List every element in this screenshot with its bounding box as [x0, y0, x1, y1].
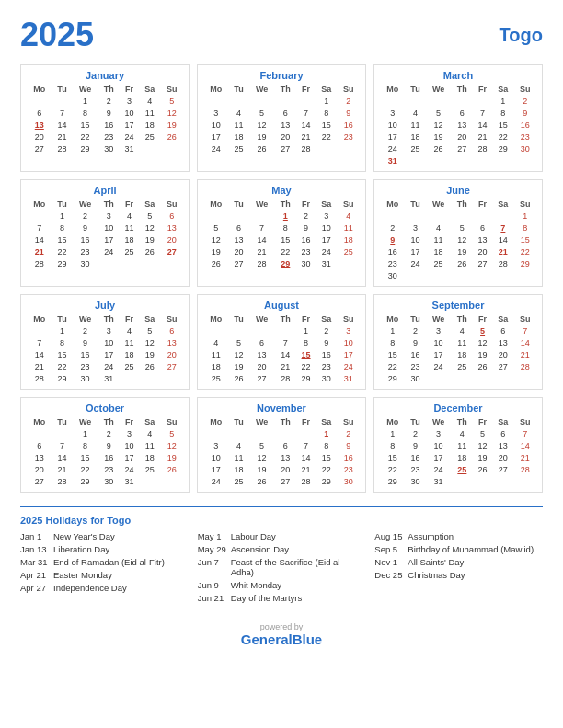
cal-day: 9	[338, 439, 360, 451]
cal-day	[380, 95, 406, 107]
cal-day: 29	[296, 372, 316, 384]
cal-day: 28	[296, 142, 316, 154]
cal-day: 24	[98, 360, 120, 372]
cal-day: 21	[52, 463, 73, 475]
cal-day: 26	[452, 257, 473, 269]
cal-day	[338, 142, 360, 154]
cal-day	[275, 427, 296, 439]
cal-day: 25	[139, 131, 160, 142]
cal-day	[380, 210, 406, 222]
cal-day: 19	[473, 451, 492, 463]
cal-day: 7	[248, 222, 274, 233]
cal-day: 6	[27, 439, 52, 451]
day-header: Su	[161, 84, 183, 95]
cal-day: 20	[492, 348, 513, 360]
cal-day: 16	[406, 348, 426, 360]
month-box-december: DecemberMoTuWeThFrSaSu123456789101112131…	[373, 397, 543, 493]
cal-day: 22	[316, 131, 337, 142]
cal-day: 1	[52, 210, 73, 222]
cal-day	[406, 269, 426, 281]
cal-day: 20	[27, 463, 52, 475]
day-header: Mo	[27, 416, 52, 427]
cal-day: 24	[203, 475, 229, 487]
cal-day: 30	[98, 475, 120, 487]
cal-day: 17	[380, 131, 406, 142]
holiday-name: Whit Monday	[231, 580, 282, 590]
day-header: Tu	[52, 313, 73, 324]
month-name: May	[203, 185, 360, 196]
cal-day: 10	[120, 107, 139, 119]
cal-day: 24	[406, 257, 426, 269]
cal-day: 5	[139, 210, 160, 222]
cal-day: 23	[338, 131, 360, 142]
cal-day: 17	[425, 348, 451, 360]
cal-day: 19	[161, 119, 183, 131]
cal-day: 23	[514, 131, 536, 142]
day-header: Mo	[27, 199, 52, 210]
cal-day	[492, 269, 513, 281]
cal-day: 15	[72, 451, 98, 463]
cal-day: 1	[72, 427, 98, 439]
cal-day: 7	[492, 222, 513, 233]
cal-day: 25	[229, 142, 249, 154]
cal-day: 1	[275, 210, 296, 222]
cal-day: 9	[72, 336, 98, 348]
cal-day: 29	[72, 142, 98, 154]
cal-day: 31	[425, 475, 451, 487]
day-header: Fr	[120, 84, 139, 95]
holiday-column: Aug 15AssumptionSep 5Birthday of Muhamma…	[374, 531, 543, 606]
cal-day: 4	[139, 95, 160, 107]
cal-day: 5	[452, 222, 473, 233]
month-box-april: AprilMoTuWeThFrSaSu123456789101112131415…	[20, 179, 190, 287]
cal-day: 30	[380, 269, 406, 281]
day-header: Tu	[229, 313, 249, 324]
cal-day	[139, 257, 160, 269]
cal-day: 1	[492, 95, 513, 107]
cal-day	[452, 95, 473, 107]
cal-day: 30	[72, 257, 98, 269]
cal-day: 22	[275, 245, 296, 257]
cal-day: 28	[248, 257, 274, 269]
cal-day: 7	[296, 439, 316, 451]
cal-day: 4	[338, 210, 360, 222]
cal-day: 6	[452, 107, 473, 119]
cal-day: 22	[316, 463, 337, 475]
cal-day: 1	[296, 324, 316, 336]
cal-day: 9	[98, 107, 120, 119]
cal-day: 10	[425, 336, 451, 348]
cal-day: 17	[120, 451, 139, 463]
footer-powered: powered by	[20, 622, 543, 631]
cal-day: 12	[203, 233, 229, 245]
cal-day	[452, 372, 473, 384]
holidays-grid: Jan 1New Year's DayJan 13Liberation DayM…	[20, 531, 543, 606]
day-header: Su	[514, 416, 536, 427]
day-header: Fr	[296, 313, 316, 324]
holiday-date: Jun 7	[198, 557, 227, 577]
cal-day: 27	[452, 142, 473, 154]
day-header: Th	[452, 416, 473, 427]
cal-day: 28	[52, 142, 73, 154]
cal-day: 27	[27, 142, 52, 154]
day-header: We	[72, 84, 98, 95]
footer: powered by GeneralBlue	[20, 622, 543, 647]
cal-table: MoTuWeThFrSaSu12345678910111213141516171…	[203, 84, 360, 154]
cal-day: 21	[514, 348, 536, 360]
cal-day	[52, 95, 73, 107]
cal-day: 18	[425, 245, 451, 257]
cal-day	[452, 269, 473, 281]
cal-day: 2	[72, 210, 98, 222]
cal-day: 30	[406, 372, 426, 384]
cal-table: MoTuWeThFrSaSu12345678910111213141516171…	[380, 199, 536, 281]
cal-day: 25	[338, 245, 360, 257]
day-header: Th	[98, 313, 120, 324]
day-header: Fr	[296, 84, 316, 95]
cal-day: 15	[380, 451, 406, 463]
cal-day: 19	[425, 131, 451, 142]
cal-day	[139, 475, 160, 487]
day-header: Tu	[406, 313, 426, 324]
cal-day: 21	[52, 131, 73, 142]
footer-brand-blue: Blue	[293, 631, 323, 647]
cal-day: 16	[72, 233, 98, 245]
cal-day: 31	[380, 154, 406, 166]
month-box-september: SeptemberMoTuWeThFrSaSu12345678910111213…	[373, 294, 543, 390]
